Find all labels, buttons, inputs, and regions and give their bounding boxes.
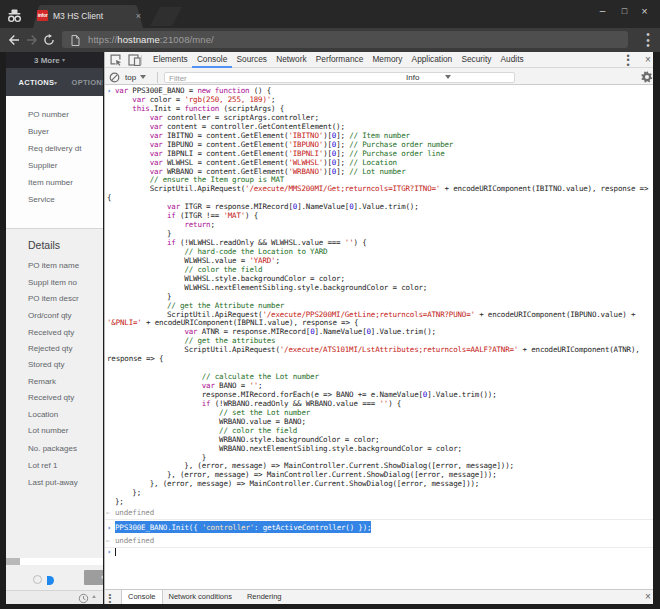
code-token	[115, 104, 132, 113]
clear-console-icon[interactable]	[109, 72, 120, 83]
devtools-tab-memory[interactable]: Memory	[368, 52, 407, 68]
drawer-tab-network-conditions[interactable]: Network conditions	[163, 590, 238, 604]
log-level-caret-icon[interactable]	[445, 75, 451, 79]
actions-menu[interactable]: ACTIONS	[19, 78, 55, 87]
code-token: PPS300E_BANO =	[128, 86, 197, 95]
collapse-panel-button[interactable]: ‹	[84, 570, 103, 585]
code-token: (scriptArgs) {	[219, 104, 284, 113]
devtools-tab-performance[interactable]: Performance	[311, 52, 368, 68]
drawer-menu-icon[interactable]: •••	[106, 593, 114, 604]
devtools-close-icon[interactable]: ×	[642, 53, 654, 67]
code-token: var	[150, 122, 163, 131]
code-token: (!WLWHSL.readOnly && WLWHSL.value ===	[176, 238, 345, 247]
window-minimize-button[interactable]: –	[594, 4, 611, 20]
code-token	[115, 301, 167, 310]
code-token: WLWHSL.style.backgroundColor = color;	[115, 274, 345, 283]
code-token: WRBANO.value = BANO;	[115, 417, 306, 426]
browser-tab[interactable]: infor M3 HS Client ×	[26, 5, 150, 28]
clock-icon[interactable]	[78, 593, 89, 604]
code-token: ].Value.trim();	[371, 327, 436, 336]
reload-icon[interactable]	[43, 34, 55, 46]
devtools-tab-console[interactable]: Console	[192, 52, 232, 68]
device-toolbar-icon[interactable]	[128, 54, 141, 66]
code-token: function	[184, 104, 219, 113]
details-title: Details	[28, 239, 60, 251]
code-token	[115, 211, 167, 220]
code-token: ;	[258, 381, 262, 390]
browser-menu-icon[interactable]: •••	[641, 32, 655, 48]
filter-input[interactable]: Filter	[164, 72, 515, 84]
tab-title: M3 HS Client	[53, 11, 103, 21]
devtools-tab-sources[interactable]: Sources	[232, 52, 272, 68]
devtools-tab-audits[interactable]: Audits	[496, 52, 528, 68]
actions-caret-icon: ▾	[54, 79, 57, 86]
context-caret-icon	[140, 75, 146, 79]
devtools-tab-elements[interactable]: Elements	[149, 52, 193, 68]
code-token	[115, 408, 219, 417]
code-token: ];	[336, 131, 349, 140]
url-bar[interactable]: https://hostname:21008/mne/	[62, 31, 628, 48]
status-caret-icon[interactable]	[92, 595, 96, 598]
code-token: )[	[323, 131, 332, 140]
devtools-tab-security[interactable]: Security	[457, 52, 496, 68]
page-dot-active-icon[interactable]	[47, 576, 54, 586]
drawer-tab-rendering[interactable]: Rendering	[238, 590, 288, 604]
options-menu[interactable]: OPTIONS	[72, 78, 104, 87]
devtools-tab-network[interactable]: Network	[272, 52, 312, 68]
selected-command-text[interactable]: PPS300E_BANO.Init({ 'controller': getAct…	[115, 521, 371, 533]
log-level-select[interactable]: Info	[406, 73, 419, 82]
code-token	[115, 95, 132, 104]
code-token: ].Value.trim());	[427, 390, 496, 399]
back-icon[interactable]	[8, 34, 20, 46]
field-label: PO number	[28, 110, 69, 119]
browser-toolbar: https://hostname:21008/mne/ •••	[0, 28, 660, 52]
code-token: // get the attributes	[184, 336, 275, 345]
devtools-panel: ElementsConsoleSourcesNetworkPerformance…	[104, 52, 653, 604]
console-code-line: ScriptUtil.ApiRequest('/execute/ATS101MI…	[105, 346, 653, 355]
inspect-element-icon[interactable]	[109, 53, 122, 66]
code-token: }, (error, message) => MainController.Cu…	[115, 461, 514, 470]
detail-field-label: Lot ref 1	[28, 461, 57, 470]
code-token: '/execute/ATS101MI/LstAttributes;returnc…	[280, 345, 518, 354]
drawer-tab-console[interactable]: Console	[121, 590, 163, 604]
context-selector[interactable]: top	[125, 73, 146, 82]
code-token: 'rgb(250, 255, 189)'	[184, 95, 271, 104]
tab-favicon: infor	[37, 10, 48, 21]
code-token: // ensure the Item group is MAT	[150, 175, 284, 184]
window-maximize-button[interactable]: □	[616, 4, 633, 20]
field-label: Req delivery dt	[28, 144, 81, 153]
more-menu-caret-icon: ▾	[62, 56, 65, 63]
forward-icon[interactable]	[26, 34, 38, 46]
code-token	[115, 372, 202, 381]
code-token: ].NameValue[	[297, 202, 349, 211]
detail-field-label: Location	[28, 410, 58, 419]
code-token: '/execute/PPS200MI/GetLine;returncols=AT…	[262, 310, 474, 319]
devtools-more-icon[interactable]: •••	[622, 54, 634, 68]
detail-field-label: Last put-away	[28, 478, 78, 487]
code-token: 'IBPUNO'	[288, 140, 323, 149]
code-token	[115, 327, 184, 336]
new-tab-button[interactable]	[150, 7, 182, 26]
console-code-line: ScriptUtil.ApiRequest('/execute/MMS200MI…	[105, 185, 653, 194]
code-token	[115, 149, 150, 158]
code-token: (!WRBANO.readOnly && WRBANO.value ===	[210, 399, 379, 408]
toolbar-separator	[157, 72, 158, 83]
tab-close-icon[interactable]: ×	[136, 10, 141, 22]
code-token: 'controller'	[202, 523, 254, 532]
devtools-tab-application[interactable]: Application	[407, 52, 457, 68]
window-close-button[interactable]: ×	[636, 4, 653, 20]
code-token: {	[107, 193, 111, 202]
code-token: return	[184, 220, 210, 229]
settings-gear-icon[interactable]	[641, 71, 653, 83]
more-menu[interactable]: 3 More	[34, 56, 60, 65]
page-dot-icon[interactable]	[33, 575, 42, 584]
code-token	[115, 113, 150, 122]
app-actions-bar: ACTIONS ▾ OPTIONS	[6, 68, 103, 96]
code-token: }	[115, 453, 206, 462]
console-prompt-row[interactable]: ›	[105, 548, 653, 557]
console-command-line: ›PPS300E_BANO.Init({ 'controller': getAc…	[105, 524, 653, 533]
console-code-line: WLWHSL.nextElementSibling.style.backgrou…	[105, 284, 653, 293]
drawer-close-icon[interactable]: ×	[642, 590, 654, 604]
code-token: // set the Lot number	[219, 408, 310, 417]
console-log[interactable]: ›var PPS300E_BANO = new function () { va…	[105, 85, 653, 589]
